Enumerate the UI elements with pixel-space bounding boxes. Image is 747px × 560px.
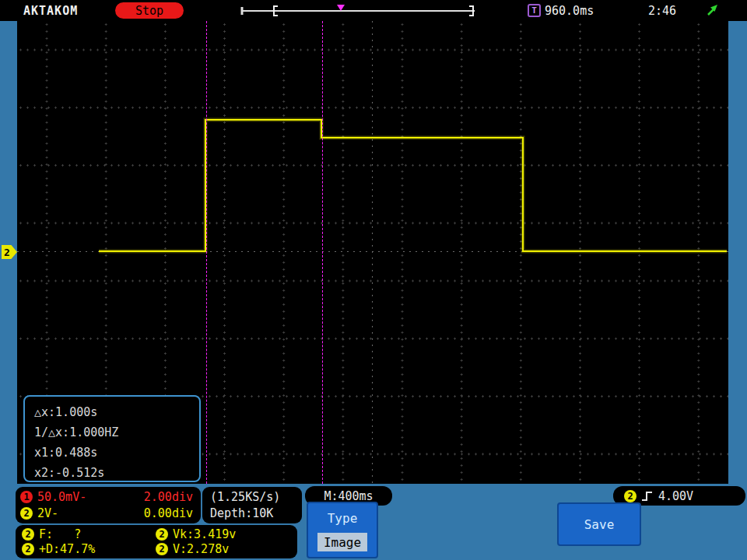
channel2-scale: 2V- xyxy=(37,506,58,520)
oscilloscope-screen: △x:1.000s 1/△x:1.000HZ x1:0.488s x2:-0.5… xyxy=(17,21,728,484)
cursor-frequency: 1/△x:1.000HZ xyxy=(34,422,199,443)
trigger-time-value: 960.0ms xyxy=(545,4,594,18)
channel1-offset: 2.00div xyxy=(144,490,193,504)
channel2-ground-marker[interactable]: 2 xyxy=(2,245,17,259)
measurements-box: 2 F: ? 2 Vk:3.419v 2 +D:47.7% 2 V:2.278v xyxy=(16,525,297,558)
cursor-readout-box: △x:1.000s 1/△x:1.000HZ x1:0.488s x2:-0.5… xyxy=(23,395,201,482)
memory-depth: Depth:10K xyxy=(210,506,302,522)
channel2-icon: 2 xyxy=(20,507,33,520)
rising-edge-icon xyxy=(641,489,654,503)
trigger-position-indicator xyxy=(240,3,476,17)
measurement-voltage: 2 V:2.278v xyxy=(156,542,291,556)
brand-logo: AKTAKOM xyxy=(23,4,78,18)
channel2-icon: 2 xyxy=(156,528,168,541)
measurement-duty: 2 +D:47.7% xyxy=(22,542,156,556)
channel1-settings-row: 1 50.0mV- 2.00div xyxy=(20,490,193,504)
clock: 2:46 xyxy=(648,4,676,18)
sample-rate: (1.25KS/s) xyxy=(210,489,302,506)
channel-settings-box: 1 50.0mV- 2.00div 2 2V- 0.00div xyxy=(16,487,201,523)
channel2-offset: 0.00div xyxy=(144,506,193,520)
measurement-value: +D:47.7% xyxy=(39,542,95,556)
channel1-scale: 50.0mV- xyxy=(37,490,86,504)
channel2-icon: 2 xyxy=(22,543,34,555)
acquisition-box: (1.25KS/s) Depth:10K xyxy=(202,487,302,523)
cursor-line[interactable] xyxy=(206,21,207,484)
run-stop-button[interactable]: Stop xyxy=(115,2,184,19)
usb-device-icon xyxy=(705,3,721,18)
type-button-label: Type xyxy=(328,511,358,526)
save-button[interactable]: Save xyxy=(557,502,641,546)
channel2-settings-row: 2 2V- 0.00div xyxy=(20,506,193,520)
cursor-delta-x: △x:1.000s xyxy=(34,402,199,422)
top-bar: AKTAKOM Stop T 960.0ms 2:46 xyxy=(0,0,747,21)
channel2-icon: 2 xyxy=(22,528,34,541)
measurement-value: F: ? xyxy=(39,527,81,541)
trigger-time-pill: T 960.0ms xyxy=(523,2,594,19)
cursor-x2: x2:-0.512s xyxy=(34,463,199,483)
cursor-x1: x1:0.488s xyxy=(34,443,199,463)
type-button-value: Image xyxy=(317,533,367,551)
trigger-time-icon: T xyxy=(528,4,541,17)
trigger-source-icon: 2 xyxy=(624,490,637,502)
channel2-icon: 2 xyxy=(156,543,168,555)
save-button-label: Save xyxy=(584,517,615,532)
measurement-value: Vk:3.419v xyxy=(173,527,236,541)
measurement-value: V:2.278v xyxy=(173,542,229,556)
measurement-frequency: 2 F: ? xyxy=(22,527,156,541)
waveform-trace-fuzz xyxy=(99,120,727,251)
measurement-vk: 2 Vk:3.419v xyxy=(156,527,291,541)
cursor-line[interactable] xyxy=(322,21,323,484)
trigger-level-value: 4.00V xyxy=(658,489,693,503)
type-button[interactable]: Type Image xyxy=(307,502,378,558)
channel1-icon: 1 xyxy=(20,491,33,503)
